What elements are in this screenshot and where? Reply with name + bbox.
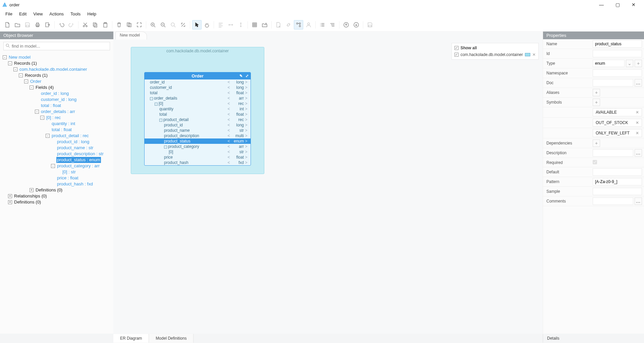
entity-field-row[interactable]: -order_details<arr> bbox=[145, 96, 251, 101]
entity-field-row[interactable]: [0]<str> bbox=[145, 149, 251, 155]
tree-label[interactable]: [0] : str bbox=[62, 169, 76, 175]
collapse-box-icon[interactable]: - bbox=[164, 146, 167, 149]
tree-field-product-hash[interactable]: product_hash : fxd bbox=[3, 181, 113, 187]
zoom-in-icon[interactable] bbox=[148, 20, 158, 30]
tree-field-index-0[interactable]: -[0] : rec bbox=[3, 115, 113, 121]
tree-label[interactable]: customer_id : long bbox=[40, 97, 77, 103]
drag-handle-icon[interactable]: ⋮ bbox=[543, 153, 544, 157]
tree-toggle-icon[interactable]: - bbox=[13, 67, 17, 71]
tree-label[interactable]: product_detail : rec bbox=[51, 133, 90, 139]
tree-toggle-icon[interactable]: - bbox=[40, 116, 44, 120]
tree-toggle-icon[interactable]: - bbox=[24, 79, 28, 83]
new-file-icon[interactable] bbox=[3, 20, 12, 30]
diagram-canvas[interactable]: com.hackolade.db.model.container Order ✎… bbox=[113, 40, 543, 334]
save-disk-icon[interactable] bbox=[365, 20, 375, 30]
tree-toggle-icon[interactable]: - bbox=[19, 73, 23, 77]
move-up-icon[interactable] bbox=[341, 20, 351, 30]
export-icon[interactable] bbox=[43, 20, 52, 30]
user-icon[interactable] bbox=[304, 20, 313, 30]
legend-container-checkbox[interactable]: ✓ bbox=[454, 53, 459, 57]
pencil-icon[interactable]: ✎ bbox=[239, 74, 243, 78]
legend-remove-icon[interactable]: ✕ bbox=[532, 52, 536, 57]
expand-icon[interactable] bbox=[178, 20, 188, 30]
window-close-button[interactable]: ✕ bbox=[629, 2, 639, 7]
entity-field-row[interactable]: product_status<enum> bbox=[145, 138, 251, 144]
tree-node-records[interactable]: -Records (1) bbox=[3, 60, 113, 66]
tree-field-customer-id[interactable]: customer_id : long bbox=[3, 97, 113, 103]
save-icon[interactable] bbox=[23, 20, 32, 30]
entity-field-row[interactable]: order_id<long> bbox=[145, 79, 251, 85]
list-indent-icon[interactable] bbox=[318, 20, 327, 30]
cut-icon[interactable] bbox=[80, 20, 90, 30]
tree-node-relationships[interactable]: +Relationships (0) bbox=[3, 193, 113, 199]
tree-label[interactable]: total : float bbox=[40, 103, 62, 109]
symbol-chip[interactable]: OUT_OF_STOCK✕ bbox=[593, 119, 642, 127]
tree-label[interactable]: Records (1) bbox=[13, 60, 38, 66]
tree-node-container[interactable]: -com.hackolade.db.model.container bbox=[3, 66, 113, 72]
add-dependency-icon[interactable]: + bbox=[593, 139, 600, 147]
duplicate-icon[interactable] bbox=[124, 20, 134, 30]
tree-toggle-icon[interactable]: + bbox=[8, 200, 12, 204]
tree-toggle-icon[interactable]: - bbox=[8, 61, 12, 65]
tree-label[interactable]: Definitions (0) bbox=[13, 199, 42, 205]
delete-icon[interactable] bbox=[114, 20, 124, 30]
menu-file[interactable]: File bbox=[3, 11, 15, 17]
tree-label[interactable]: price : float bbox=[56, 175, 79, 181]
entity-field-row[interactable]: total<float> bbox=[145, 112, 251, 117]
pointer-tool-icon[interactable] bbox=[192, 20, 202, 30]
tree-field-total[interactable]: total : float bbox=[3, 103, 113, 109]
tree-label[interactable]: total : float bbox=[51, 127, 72, 133]
redo-icon[interactable] bbox=[67, 20, 76, 30]
prop-description-input[interactable] bbox=[593, 149, 633, 157]
prop-pattern-input[interactable] bbox=[593, 178, 642, 185]
entity-field-row[interactable]: price<float> bbox=[145, 155, 251, 160]
tree-field-category-index-0[interactable]: [0] : str bbox=[3, 169, 113, 175]
add-container-icon[interactable] bbox=[260, 20, 269, 30]
tree-field-quantity[interactable]: quantity : int bbox=[3, 121, 113, 127]
tree-label[interactable]: product_id : long bbox=[56, 139, 90, 145]
er-entity-order[interactable]: Order ✎ ⤢ order_id<long>customer_id<long… bbox=[144, 72, 251, 166]
tree-label[interactable]: product_status : enum bbox=[56, 157, 101, 163]
prop-doc-input[interactable] bbox=[593, 79, 633, 87]
collapse-box-icon[interactable]: - bbox=[150, 97, 153, 100]
ellipsis-icon[interactable]: … bbox=[635, 79, 642, 87]
er-container-box[interactable]: com.hackolade.db.model.container Order ✎… bbox=[131, 47, 264, 174]
paste-icon[interactable] bbox=[101, 20, 110, 30]
menu-help[interactable]: Help bbox=[85, 11, 99, 17]
prop-sample-input[interactable] bbox=[593, 188, 642, 195]
tree-field-product-name[interactable]: product_name : str bbox=[3, 145, 113, 151]
entity-field-row[interactable]: -[0]<rec> bbox=[145, 101, 251, 106]
tree-label[interactable]: order_details : arr bbox=[40, 109, 76, 115]
add-document-icon[interactable] bbox=[274, 20, 283, 30]
tree-label[interactable]: Definitions (0) bbox=[35, 187, 63, 193]
tree-node-order[interactable]: -Order bbox=[3, 78, 113, 84]
tree-label[interactable]: Records (1) bbox=[24, 72, 48, 78]
symbol-chip[interactable]: AVAILABLE✕ bbox=[593, 108, 642, 116]
tree-label[interactable]: com.hackolade.db.model.container bbox=[19, 66, 88, 72]
pan-tool-icon[interactable] bbox=[202, 20, 212, 30]
prop-type-select[interactable] bbox=[593, 60, 625, 67]
entity-field-row[interactable]: quantity<int> bbox=[145, 106, 251, 112]
undo-icon[interactable] bbox=[57, 20, 66, 30]
prop-name-input[interactable] bbox=[593, 40, 642, 48]
tree-field-product-category[interactable]: -product_category : arr bbox=[3, 163, 113, 169]
ellipsis-icon[interactable]: … bbox=[635, 149, 642, 157]
relationship-icon[interactable] bbox=[294, 20, 303, 30]
fit-screen-icon[interactable] bbox=[135, 20, 144, 30]
tree-node-new-model[interactable]: -New model bbox=[3, 54, 113, 60]
prop-namespace-input[interactable] bbox=[593, 69, 642, 77]
prop-required-checkbox[interactable] bbox=[593, 160, 597, 164]
ellipsis-icon[interactable]: … bbox=[635, 197, 642, 205]
add-symbol-icon[interactable]: + bbox=[593, 99, 600, 106]
remove-symbol-icon[interactable]: ✕ bbox=[636, 131, 639, 135]
copy-icon[interactable] bbox=[91, 20, 100, 30]
tree-node-records-2[interactable]: -Records (1) bbox=[3, 72, 113, 78]
grid-icon[interactable] bbox=[250, 20, 259, 30]
tree-node-definitions-2[interactable]: +Definitions (0) bbox=[3, 199, 113, 205]
collapse-box-icon[interactable]: - bbox=[155, 103, 158, 106]
tree-label[interactable]: product_name : str bbox=[56, 145, 94, 151]
tree-field-total-2[interactable]: total : float bbox=[3, 127, 113, 133]
move-down-icon[interactable] bbox=[352, 20, 361, 30]
menu-view[interactable]: View bbox=[31, 11, 45, 17]
tree-toggle-icon[interactable]: - bbox=[51, 164, 55, 168]
